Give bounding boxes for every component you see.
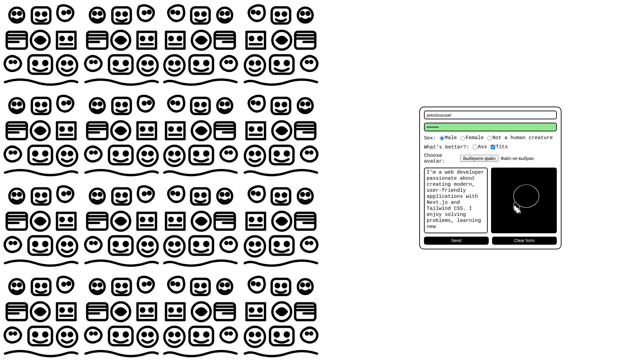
better-option-2[interactable]: Tits — [496, 144, 508, 150]
form-panel: Sex: Male Female Not a human creature Wh… — [322, 0, 644, 362]
better-label: What's better?: — [424, 144, 469, 150]
sex-option-other[interactable]: Not a human creature — [492, 135, 553, 141]
better-checkbox-group: What's better?: Ass Tits — [424, 144, 557, 151]
sex-radio-male[interactable] — [440, 136, 444, 140]
skull-icon — [499, 175, 549, 226]
clear-form-button[interactable]: Clear form — [492, 237, 557, 245]
sex-radio-group: Sex: Male Female Not a human creature — [424, 135, 557, 142]
doodle-art-icon — [0, 0, 322, 362]
bio-textarea[interactable] — [424, 168, 488, 233]
sex-option-male[interactable]: Male — [445, 135, 457, 141]
avatar-row: Choose avatar: Выберите файл Файл не выб… — [424, 153, 557, 164]
sex-option-female[interactable]: Female — [466, 135, 484, 141]
svg-rect-21 — [0, 0, 161, 362]
decorative-doodle-panel — [0, 0, 322, 362]
avatar-label: Choose avatar: — [424, 153, 455, 164]
username-input[interactable] — [424, 111, 557, 119]
sex-radio-female[interactable] — [461, 136, 465, 140]
sex-label: Sex: — [424, 135, 436, 141]
sex-radio-other[interactable] — [487, 136, 492, 140]
better-checkbox-1[interactable] — [473, 145, 477, 149]
svg-rect-22 — [161, 0, 322, 362]
avatar-preview — [491, 168, 557, 233]
send-button[interactable]: Send — [424, 237, 489, 245]
profile-form: Sex: Male Female Not a human creature Wh… — [419, 107, 561, 249]
password-input[interactable] — [424, 123, 557, 131]
better-checkbox-2[interactable] — [491, 145, 495, 149]
better-option-1[interactable]: Ass — [478, 144, 487, 150]
svg-rect-23 — [499, 175, 549, 226]
file-choose-button[interactable]: Выберите файл — [460, 155, 498, 162]
file-status-text: Файл не выбран — [500, 156, 534, 161]
